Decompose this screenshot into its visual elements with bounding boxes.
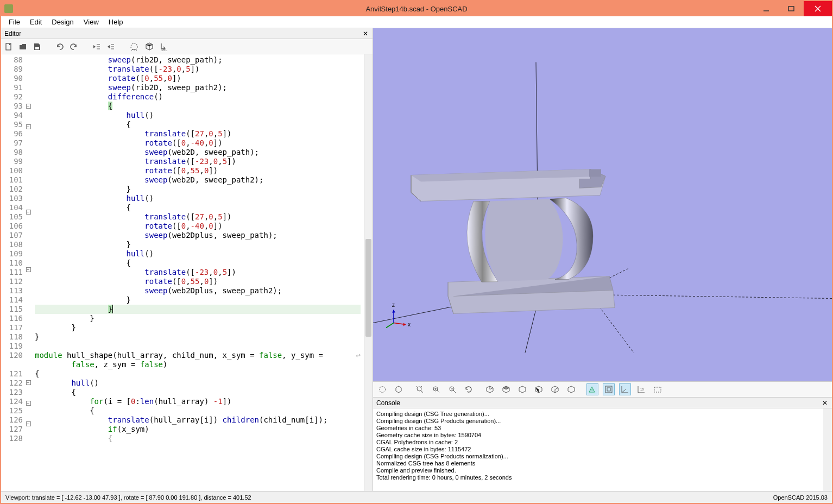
statusbar-viewport-info: Viewport: translate = [ -12.62 -13.00 47…: [5, 494, 251, 501]
3d-render: x z: [373, 28, 832, 381]
reset-view-icon[interactable]: [463, 383, 475, 395]
preview-icon[interactable]: [129, 42, 139, 52]
console-panel-header: Console ✕: [373, 398, 832, 408]
show-scale-icon[interactable]: 10: [635, 383, 647, 395]
svg-line-18: [590, 295, 832, 299]
svg-line-34: [437, 390, 439, 393]
view-top-icon[interactable]: [500, 383, 512, 395]
app-window: AnvilStep14b.scad - OpenSCAD File Edit D…: [0, 0, 833, 504]
menu-design[interactable]: Design: [47, 17, 78, 27]
indent-icon[interactable]: [106, 42, 115, 51]
console-panel: Console ✕ Compiling design (CSG Tree gen…: [373, 398, 832, 491]
zoom-all-icon[interactable]: [414, 383, 426, 395]
editor-pane: Editor ✕ STL 8889909192939495969798991: [1, 28, 373, 491]
view-front-icon[interactable]: [549, 383, 561, 395]
render-icon[interactable]: [144, 42, 154, 52]
show-axes-icon[interactable]: [619, 383, 631, 395]
svg-point-12: [131, 43, 137, 50]
perspective-icon[interactable]: [586, 383, 598, 395]
console-panel-close-icon[interactable]: ✕: [821, 399, 829, 407]
svg-line-30: [421, 390, 423, 393]
svg-rect-42: [607, 388, 610, 391]
zoom-in-icon[interactable]: [430, 383, 442, 395]
export-stl-icon[interactable]: STL: [160, 42, 171, 52]
svg-point-29: [417, 387, 421, 391]
svg-rect-49: [654, 387, 661, 392]
menubar: File Edit Design View Help: [1, 16, 832, 28]
undo-icon[interactable]: [55, 42, 64, 51]
view-back-icon[interactable]: [565, 383, 577, 395]
orthogonal-icon[interactable]: [603, 383, 615, 395]
preview-view-icon[interactable]: [376, 383, 388, 395]
editor-toolbar: STL: [1, 39, 373, 54]
editor-panel-header: Editor ✕: [1, 28, 373, 39]
menu-view[interactable]: View: [79, 17, 103, 27]
save-file-icon[interactable]: [33, 42, 41, 51]
window-title: AnvilStep14b.scad - OpenSCAD: [365, 5, 467, 13]
editor-panel-title: Editor: [4, 30, 21, 37]
console-output[interactable]: Compiling design (CSG Tree generation)..…: [373, 408, 832, 491]
titlebar[interactable]: AnvilStep14b.scad - OpenSCAD: [1, 1, 832, 16]
svg-marker-24: [403, 323, 406, 326]
editor-scrollbar-thumb[interactable]: [365, 239, 371, 337]
render-view-icon[interactable]: [393, 383, 405, 395]
window-controls: [754, 1, 832, 16]
view-right-icon[interactable]: [484, 383, 496, 395]
redo-icon[interactable]: [70, 42, 78, 51]
fold-gutter[interactable]: −−−−−−−: [25, 54, 31, 491]
svg-text:z: z: [392, 302, 395, 308]
zoom-out-icon[interactable]: [446, 383, 458, 395]
open-file-icon[interactable]: [18, 42, 27, 51]
svg-text:10: 10: [640, 388, 644, 391]
svg-line-23: [386, 323, 394, 328]
console-scrollbar[interactable]: [823, 408, 832, 491]
svg-line-32: [421, 386, 422, 387]
statusbar-version: OpenSCAD 2015.03: [773, 494, 828, 501]
new-file-icon[interactable]: [4, 42, 13, 51]
svg-marker-25: [392, 310, 395, 313]
view-bottom-icon[interactable]: [516, 383, 528, 395]
view-left-icon[interactable]: [533, 383, 545, 395]
right-pane: x z: [373, 28, 832, 491]
menu-edit[interactable]: Edit: [26, 17, 46, 27]
menu-help[interactable]: Help: [104, 17, 128, 27]
code-editor[interactable]: 8889909192939495969798991001011021031041…: [1, 54, 373, 491]
viewport-toolbar: 10: [373, 381, 832, 398]
svg-rect-1: [788, 7, 794, 11]
svg-line-38: [453, 390, 456, 393]
svg-rect-41: [605, 386, 612, 393]
show-edges-icon[interactable]: [652, 383, 664, 395]
svg-line-45: [622, 389, 626, 393]
3d-viewport[interactable]: x z: [373, 28, 832, 381]
console-panel-title: Console: [376, 399, 400, 407]
svg-text:x: x: [408, 322, 411, 327]
svg-rect-20: [589, 169, 601, 177]
line-number-gutter: 8889909192939495969798991001011021031041…: [1, 54, 25, 491]
close-button[interactable]: [804, 1, 832, 16]
svg-text:STL: STL: [161, 48, 168, 52]
maximize-button[interactable]: [779, 1, 804, 16]
app-icon: [4, 4, 13, 13]
statusbar: Viewport: translate = [ -12.62 -13.00 47…: [1, 491, 832, 503]
svg-line-31: [417, 386, 418, 387]
minimize-button[interactable]: [754, 1, 779, 16]
svg-point-28: [380, 387, 386, 393]
code-area[interactable]: sweep(rib2D, sweep_path); translate([-23…: [31, 54, 364, 491]
unindent-icon[interactable]: [92, 42, 101, 51]
svg-rect-5: [35, 47, 39, 49]
menu-file[interactable]: File: [4, 17, 24, 27]
editor-scrollbar[interactable]: [364, 54, 373, 491]
editor-panel-close-icon[interactable]: ✕: [362, 30, 369, 37]
main-body: Editor ✕ STL 8889909192939495969798991: [1, 28, 832, 491]
